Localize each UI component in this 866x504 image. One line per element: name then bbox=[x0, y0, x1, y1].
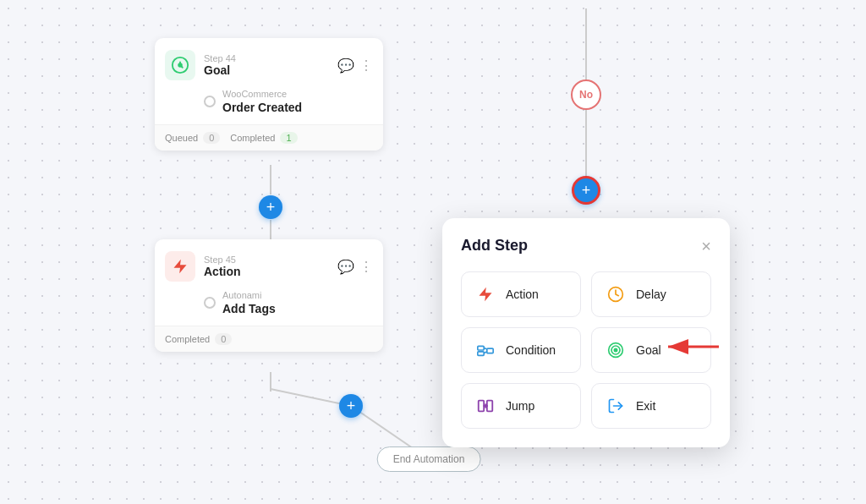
step-44-body: WooCommerce Order Created bbox=[155, 89, 383, 124]
step-45-info: Step 45 Action bbox=[204, 255, 329, 278]
modal-option-goal[interactable]: Goal bbox=[591, 327, 711, 373]
modal-close-btn[interactable]: × bbox=[701, 238, 711, 255]
svg-rect-20 bbox=[479, 401, 484, 412]
step-45-completed: Completed 0 bbox=[165, 333, 232, 345]
add-step-btn-2[interactable]: + bbox=[339, 394, 363, 418]
step-44-completed: Completed 1 bbox=[230, 132, 297, 144]
step-45-completed-value: 0 bbox=[215, 333, 232, 345]
more-icon[interactable]: ⋮ bbox=[359, 58, 373, 74]
step-44-queued-label: Queued bbox=[165, 133, 198, 143]
no-branch-node: No bbox=[571, 79, 601, 110]
modal-option-exit[interactable]: Exit bbox=[591, 383, 711, 429]
modal-option-jump[interactable]: Jump bbox=[461, 383, 581, 429]
more-icon-2[interactable]: ⋮ bbox=[359, 259, 373, 275]
svg-rect-14 bbox=[487, 348, 493, 353]
svg-point-8 bbox=[178, 63, 183, 68]
step-44-info: Step 44 Goal bbox=[204, 53, 329, 77]
step-44-number: Step 44 bbox=[204, 53, 329, 63]
step-44-completed-value: 1 bbox=[280, 132, 297, 144]
step-44-queued-value: 0 bbox=[203, 132, 220, 144]
svg-marker-9 bbox=[174, 260, 187, 274]
action-icon bbox=[474, 282, 497, 306]
connector-lines bbox=[0, 0, 866, 504]
step-45-radio bbox=[204, 297, 216, 309]
step-45-source: Autonami bbox=[222, 290, 276, 300]
exit-icon bbox=[604, 394, 628, 418]
workflow-canvas: Step 44 Goal 💬 ⋮ WooCommerce Order Creat… bbox=[0, 0, 866, 504]
comment-icon[interactable]: 💬 bbox=[337, 58, 354, 74]
step-45-type: Action bbox=[204, 265, 329, 278]
step-45-completed-label: Completed bbox=[165, 334, 210, 344]
end-automation-label: End Automation bbox=[393, 453, 465, 465]
step-45-card: Step 45 Action 💬 ⋮ Autonami Add Tags Com… bbox=[155, 239, 383, 352]
add-step-btn-active[interactable]: + bbox=[572, 176, 600, 205]
add-step-btn-1[interactable]: + bbox=[259, 195, 282, 219]
exit-label: Exit bbox=[636, 399, 655, 413]
step-45-icon bbox=[165, 251, 195, 282]
comment-icon-2[interactable]: 💬 bbox=[337, 259, 354, 275]
step-44-name: Order Created bbox=[222, 101, 302, 114]
step-44-queued: Queued 0 bbox=[165, 132, 220, 144]
delay-label: Delay bbox=[636, 288, 666, 301]
end-automation-node: End Automation bbox=[377, 446, 481, 472]
step-45-actions[interactable]: 💬 ⋮ bbox=[337, 259, 373, 275]
step-45-number: Step 45 bbox=[204, 255, 329, 265]
modal-option-delay[interactable]: Delay bbox=[591, 271, 711, 317]
step-45-body: Autonami Add Tags bbox=[155, 290, 383, 326]
modal-option-action[interactable]: Action bbox=[461, 271, 581, 317]
no-label: No bbox=[579, 89, 593, 101]
step-44-status-bar: Queued 0 Completed 1 bbox=[155, 124, 383, 151]
step-44-actions[interactable]: 💬 ⋮ bbox=[337, 58, 373, 74]
add-step-modal: Add Step × Action bbox=[442, 218, 730, 447]
step-44-radio bbox=[204, 96, 216, 107]
condition-label: Condition bbox=[506, 343, 556, 357]
step-44-source: WooCommerce bbox=[222, 89, 302, 99]
svg-rect-13 bbox=[478, 352, 484, 356]
step-45-status-bar: Completed 0 bbox=[155, 326, 383, 352]
jump-icon bbox=[474, 394, 497, 418]
modal-title: Add Step bbox=[461, 237, 528, 255]
step-44-type: Goal bbox=[204, 63, 329, 77]
step-45-header: Step 45 Action 💬 ⋮ bbox=[155, 239, 383, 290]
modal-options-grid: Action Delay bbox=[461, 271, 711, 429]
modal-option-condition[interactable]: Condition bbox=[461, 327, 581, 373]
goal-icon bbox=[604, 338, 628, 362]
step-44-completed-label: Completed bbox=[230, 133, 275, 143]
goal-label: Goal bbox=[636, 343, 661, 357]
step-44-card: Step 44 Goal 💬 ⋮ WooCommerce Order Creat… bbox=[155, 38, 383, 151]
delay-icon bbox=[604, 282, 628, 306]
step-45-name: Add Tags bbox=[222, 302, 276, 315]
step-44-icon bbox=[165, 50, 195, 80]
step-44-header: Step 44 Goal 💬 ⋮ bbox=[155, 38, 383, 89]
action-label: Action bbox=[506, 288, 539, 301]
svg-marker-10 bbox=[480, 288, 492, 302]
condition-icon bbox=[474, 338, 497, 362]
jump-label: Jump bbox=[506, 399, 534, 413]
svg-rect-12 bbox=[478, 346, 484, 350]
modal-header: Add Step × bbox=[461, 237, 711, 255]
svg-point-19 bbox=[614, 348, 617, 351]
